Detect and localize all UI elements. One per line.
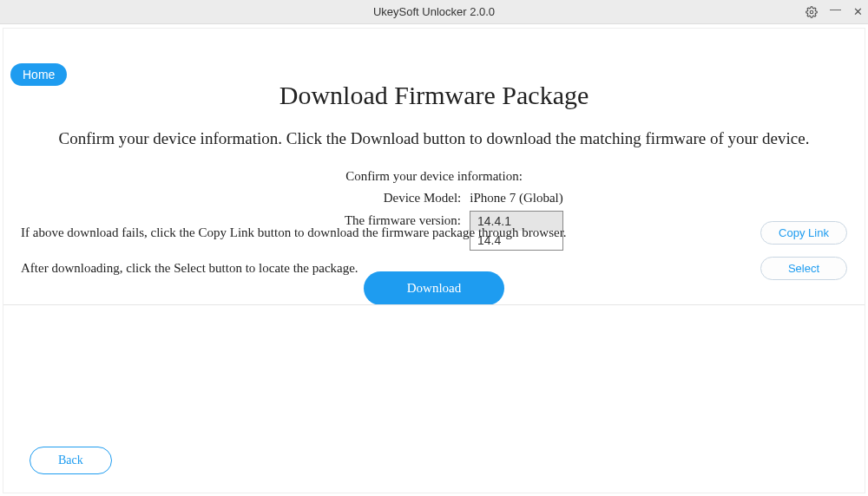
- footer: Back: [3, 428, 865, 493]
- device-model-row: Device Model: iPhone 7 (Global): [305, 191, 562, 206]
- page-subtitle: Confirm your device information. Click t…: [59, 129, 810, 148]
- fallback-copy-text: If above download fails, click the Copy …: [21, 225, 567, 240]
- device-model-value: iPhone 7 (Global): [470, 191, 562, 206]
- titlebar: UkeySoft Unlocker 2.0.0 — ✕: [0, 0, 868, 24]
- close-icon[interactable]: ✕: [853, 5, 863, 18]
- copy-link-button[interactable]: Copy Link: [760, 221, 847, 245]
- page-title: Download Firmware Package: [279, 81, 589, 110]
- confirm-info-label: Confirm your device information:: [345, 169, 523, 184]
- fallback-select-text: After downloading, click the Select butt…: [21, 261, 358, 276]
- window-title: UkeySoft Unlocker 2.0.0: [373, 5, 495, 18]
- fallback-section: If above download fails, click the Copy …: [3, 221, 865, 305]
- back-button[interactable]: Back: [30, 447, 112, 474]
- svg-point-0: [810, 10, 813, 14]
- device-model-label: Device Model:: [305, 191, 461, 206]
- content-area: Download Firmware Package Confirm your d…: [3, 29, 865, 305]
- fallback-select-row: After downloading, click the Select butt…: [21, 257, 847, 280]
- settings-icon[interactable]: [806, 6, 818, 18]
- window-controls: — ✕: [806, 0, 863, 23]
- select-button[interactable]: Select: [760, 257, 847, 280]
- main-panel: Home Download Firmware Package Confirm y…: [3, 28, 865, 493]
- fallback-copy-row: If above download fails, click the Copy …: [21, 221, 847, 245]
